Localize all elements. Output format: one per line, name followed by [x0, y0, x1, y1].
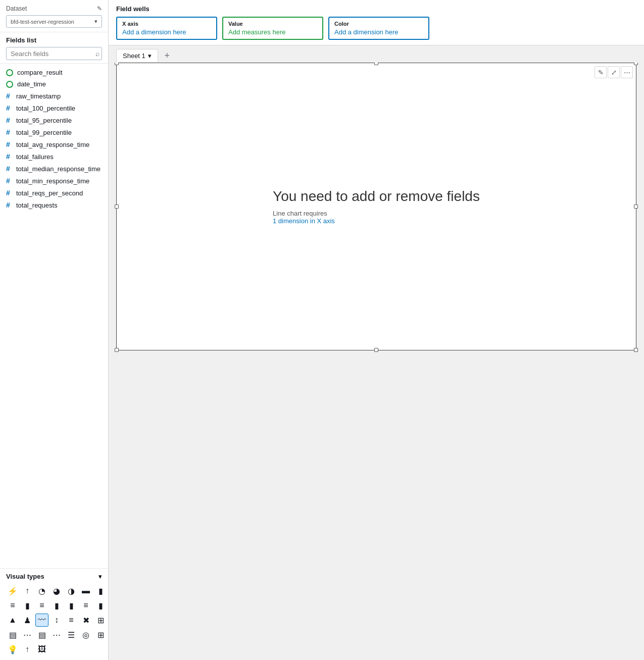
value-placeholder: Add measures here	[228, 28, 317, 36]
field-label: raw_timestamp	[16, 92, 61, 100]
field-label: total_95_percentile	[16, 117, 72, 124]
measure-icon: #	[6, 128, 13, 136]
resize-handle-topleft[interactable]	[115, 63, 119, 65]
canvas-area: ✎ ⤢ ⋯ You need to add or remove fields L…	[109, 63, 644, 660]
field-label: total_100_percentile	[16, 105, 75, 112]
field-item-total_95_percentile[interactable]: #total_95_percentile	[0, 114, 108, 126]
resize-handle-right[interactable]	[634, 205, 638, 209]
visual-type-funnel[interactable]: ☰	[65, 628, 78, 641]
measure-icon: #	[6, 165, 13, 173]
visual-type-pie[interactable]: ◕	[50, 584, 63, 597]
chart-edit-button[interactable]: ✎	[595, 66, 607, 78]
chart-empty-link[interactable]: 1 dimension in X axis	[273, 217, 480, 225]
field-item-total_median_response_time[interactable]: #total_median_response_time	[0, 163, 108, 175]
visual-type-stacked-area[interactable]: ♟	[21, 614, 34, 627]
measure-icon: #	[6, 140, 13, 148]
chart-expand-button[interactable]: ⤢	[608, 66, 620, 78]
visual-type-filled-map[interactable]: ⊞	[94, 628, 107, 641]
field-label: total_failures	[16, 153, 54, 161]
resize-handle-topright[interactable]	[634, 63, 638, 65]
resize-handle-bottomright[interactable]	[634, 348, 638, 352]
visual-type-pivot[interactable]: ▤	[6, 628, 19, 641]
value-well[interactable]: Value Add measures here	[222, 17, 323, 40]
chart-empty-title: You need to add or remove fields	[273, 188, 480, 205]
field-wells-row: X axis Add a dimension here Value Add me…	[116, 17, 636, 40]
field-item-total_reqs_per_second[interactable]: #total_reqs_per_second	[0, 187, 108, 199]
field-item-total_avg_response_time[interactable]: #total_avg_response_time	[0, 138, 108, 150]
visual-type-insight[interactable]: ▤	[35, 628, 48, 641]
measure-icon: #	[6, 189, 13, 197]
resize-handle-top[interactable]	[374, 63, 378, 65]
color-title: Color	[334, 21, 423, 27]
chart-toolbar: ✎ ⤢ ⋯	[595, 66, 633, 78]
visual-type-kpi[interactable]: ⚡	[6, 584, 19, 597]
add-sheet-button[interactable]: +	[160, 48, 174, 63]
chart-empty-subtitle: Line chart requires	[273, 210, 480, 217]
visual-types-label: Visual types	[6, 573, 44, 580]
measure-icon: #	[6, 177, 13, 185]
chart-more-button[interactable]: ⋯	[621, 66, 633, 78]
field-label: total_reqs_per_second	[16, 189, 83, 197]
visual-type-waterfall[interactable]: ▮	[94, 599, 107, 612]
chart-container: ✎ ⤢ ⋯ You need to add or remove fields L…	[116, 63, 636, 350]
visual-type-grouped-bar[interactable]: ▮	[21, 599, 34, 612]
dataset-dropdown[interactable]: bfd-test-server-regression ▾	[6, 15, 102, 28]
visual-types-header[interactable]: Visual types ▾	[6, 573, 102, 580]
visual-type-horizontal-bar[interactable]: ▬	[79, 584, 92, 597]
visual-type-donut[interactable]: ◔	[35, 584, 48, 597]
dataset-dropdown-arrow: ▾	[94, 18, 97, 25]
visual-type-insight2[interactable]: 💡	[6, 643, 19, 656]
visual-type-small-horiz-bar[interactable]: ≡	[79, 599, 92, 612]
measure-icon: #	[6, 153, 13, 161]
field-item-date_time[interactable]: date_time	[0, 78, 108, 90]
field-item-raw_timestamp[interactable]: #raw_timestamp	[0, 90, 108, 102]
sheets-bar: Sheet 1 ▾ +	[109, 45, 644, 63]
fields-list-section: Fields list ⌕	[0, 32, 108, 64]
visual-type-scatter[interactable]: ✖	[79, 614, 92, 627]
dataset-edit-icon[interactable]: ✎	[97, 5, 102, 12]
visual-type-area[interactable]: ▲	[6, 614, 19, 627]
resize-handle-bottomleft[interactable]	[115, 348, 119, 352]
field-item-total_100_percentile[interactable]: #total_100_percentile	[0, 102, 108, 114]
field-item-compare_result[interactable]: compare_result	[0, 67, 108, 78]
dataset-value: bfd-test-server-regression	[11, 19, 74, 25]
visual-type-tree[interactable]: ⋯	[50, 628, 63, 641]
visual-type-stacked-bar[interactable]: ≡	[6, 599, 19, 612]
field-label: total_avg_response_time	[16, 141, 89, 148]
visual-type-small-bar[interactable]: ▮	[65, 599, 78, 612]
fields-items-list: compare_resultdate_time#raw_timestamp#to…	[0, 64, 108, 568]
visual-type-vertical-bar[interactable]: ▮	[94, 584, 107, 597]
visual-type-heatmap[interactable]: ⊞	[94, 614, 107, 627]
field-item-total_requests[interactable]: #total_requests	[0, 199, 108, 211]
search-icon: ⌕	[95, 49, 100, 58]
visual-type-gauge[interactable]: ↑	[21, 584, 34, 597]
field-item-total_min_response_time[interactable]: #total_min_response_time	[0, 175, 108, 187]
visual-type-stacked-horiz-bar[interactable]: ≡	[35, 599, 48, 612]
field-item-total_failures[interactable]: #total_failures	[0, 150, 108, 163]
visual-type-combo[interactable]: ↕	[50, 614, 63, 627]
x-axis-placeholder: Add a dimension here	[122, 28, 211, 36]
visual-type-line[interactable]: 〰	[35, 614, 48, 627]
visual-types-section: Visual types ▾ ⚡↑◔◕◑▬▮≡▮≡▮▮≡▮▲♟〰↕≡✖⊞▤⋯▤⋯…	[0, 568, 108, 660]
resize-handle-bottom[interactable]	[374, 348, 378, 352]
visual-type-sankey[interactable]: ↑	[21, 643, 34, 656]
visual-type-combo-bar[interactable]: ▮	[50, 599, 63, 612]
x-axis-well[interactable]: X axis Add a dimension here	[116, 17, 217, 40]
value-title: Value	[228, 21, 317, 27]
visual-type-table[interactable]: ⋯	[21, 628, 34, 641]
visual-type-custom-visual[interactable]: 🖼	[35, 643, 48, 656]
color-well[interactable]: Color Add a dimension here	[328, 17, 429, 40]
search-input[interactable]	[11, 50, 95, 58]
field-wells-bar: Field wells X axis Add a dimension here …	[109, 0, 644, 45]
sheet-tab[interactable]: Sheet 1 ▾	[116, 49, 158, 62]
sidebar: Dataset ✎ bfd-test-server-regression ▾ F…	[0, 0, 109, 660]
visual-type-half-donut[interactable]: ◑	[65, 584, 78, 597]
measure-icon: #	[6, 201, 13, 209]
visual-type-funnel-bar[interactable]: ≡	[65, 614, 78, 627]
visual-type-radar[interactable]: ◎	[79, 628, 92, 641]
field-item-total_99_percentile[interactable]: #total_99_percentile	[0, 126, 108, 138]
resize-handle-left[interactable]	[115, 205, 119, 209]
color-placeholder: Add a dimension here	[334, 28, 423, 36]
measure-icon: #	[6, 104, 13, 112]
main-area: Field wells X axis Add a dimension here …	[109, 0, 644, 660]
